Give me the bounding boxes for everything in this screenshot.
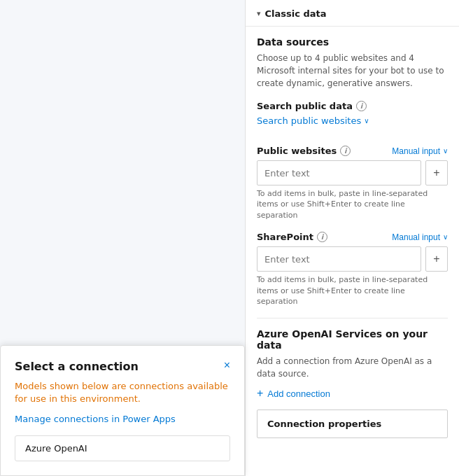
classic-data-toggle[interactable]: ▾ Classic data bbox=[246, 0, 459, 27]
public-websites-manual-input-label: Manual input bbox=[392, 146, 440, 156]
section-divider bbox=[257, 318, 448, 318]
search-public-data-row: Search public data i bbox=[257, 101, 448, 111]
manage-connections-link[interactable]: Manage connections in Power Apps bbox=[15, 414, 230, 424]
sharepoint-manual-input-arrow: ∨ bbox=[443, 233, 448, 241]
data-sources-title: Data sources bbox=[257, 36, 448, 48]
search-public-websites-link[interactable]: Search public websites ∨ bbox=[257, 115, 369, 126]
modal-close-button[interactable]: × bbox=[224, 360, 230, 371]
search-public-data-info-icon[interactable]: i bbox=[356, 101, 367, 111]
public-websites-hint: To add items in bulk, paste in line-sepa… bbox=[257, 188, 448, 220]
modal-title: Select a connection bbox=[15, 360, 139, 373]
left-panel: Select a connection × Models shown below… bbox=[0, 0, 245, 476]
sharepoint-label-row: SharePoint i bbox=[257, 232, 327, 242]
right-panel: ▾ Classic data Data sources Choose up to… bbox=[245, 0, 459, 476]
sharepoint-manual-input-label: Manual input bbox=[392, 232, 440, 242]
modal-header: Select a connection × bbox=[15, 360, 230, 373]
sharepoint-manual-input-btn[interactable]: Manual input ∨ bbox=[392, 232, 448, 242]
data-sources-description: Choose up to 4 public websites and 4 Mic… bbox=[257, 52, 448, 90]
modal-description: Models shown below are connections avail… bbox=[15, 380, 230, 405]
public-websites-label-row: Public websites i bbox=[257, 146, 351, 156]
public-websites-input[interactable] bbox=[257, 160, 421, 186]
search-public-data-label: Search public data bbox=[257, 101, 353, 111]
connection-properties-label: Connection properties bbox=[267, 419, 381, 429]
sharepoint-label: SharePoint bbox=[257, 232, 313, 242]
sharepoint-input[interactable] bbox=[257, 246, 421, 272]
public-websites-add-button[interactable]: + bbox=[425, 160, 448, 186]
content-area: Data sources Choose up to 4 public websi… bbox=[246, 27, 459, 448]
search-public-dropdown-arrow: ∨ bbox=[364, 117, 369, 125]
sharepoint-add-button[interactable]: + bbox=[425, 246, 448, 272]
public-websites-label: Public websites bbox=[257, 146, 337, 156]
add-connection-plus-icon: + bbox=[257, 387, 263, 400]
sharepoint-info-icon[interactable]: i bbox=[317, 232, 327, 242]
select-connection-modal: Select a connection × Models shown below… bbox=[0, 345, 245, 476]
public-websites-manual-input-btn[interactable]: Manual input ∨ bbox=[392, 146, 448, 156]
azure-openai-section-title: Azure OpenAI Services on your data bbox=[257, 328, 448, 351]
public-websites-info-icon[interactable]: i bbox=[340, 146, 351, 156]
classic-data-label: Classic data bbox=[265, 8, 327, 19]
add-connection-button[interactable]: + Add connection bbox=[257, 387, 330, 400]
sharepoint-field-row: SharePoint i Manual input ∨ bbox=[257, 232, 448, 242]
public-websites-field-row: Public websites i Manual input ∨ bbox=[257, 146, 448, 156]
sharepoint-hint: To add items in bulk, paste in line-sepa… bbox=[257, 274, 448, 307]
sharepoint-input-row: + bbox=[257, 246, 448, 272]
public-websites-manual-input-arrow: ∨ bbox=[443, 147, 448, 155]
search-public-websites-label: Search public websites bbox=[257, 115, 361, 126]
public-websites-input-row: + bbox=[257, 160, 448, 186]
add-connection-label: Add connection bbox=[267, 388, 330, 399]
azure-openai-section-description: Add a connection from Azure OpenAI as a … bbox=[257, 355, 448, 380]
azure-openai-connection-item[interactable]: Azure OpenAI bbox=[15, 435, 230, 461]
chevron-down-icon: ▾ bbox=[257, 9, 261, 18]
connection-properties-box: Connection properties bbox=[257, 410, 448, 438]
